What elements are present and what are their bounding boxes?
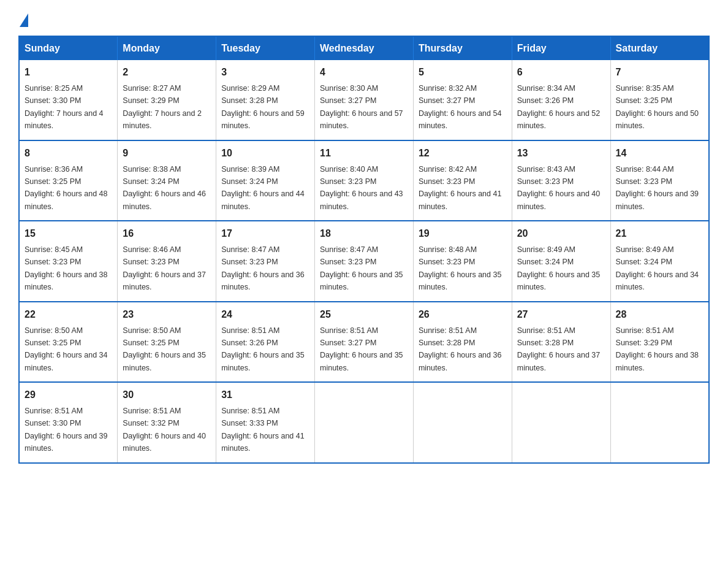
calendar-day-cell [512,382,610,463]
day-number: 2 [123,65,211,80]
logo-triangle-icon [20,13,28,27]
calendar-day-cell: 11 Sunrise: 8:40 AMSunset: 3:23 PMDaylig… [315,140,414,221]
day-info: Sunrise: 8:47 AMSunset: 3:23 PMDaylight:… [221,245,305,291]
day-info: Sunrise: 8:34 AMSunset: 3:26 PMDaylight:… [517,84,601,130]
day-info: Sunrise: 8:36 AMSunset: 3:25 PMDaylight:… [25,165,108,211]
day-info: Sunrise: 8:51 AMSunset: 3:32 PMDaylight:… [123,407,206,453]
day-number: 12 [419,146,507,161]
day-info: Sunrise: 8:45 AMSunset: 3:23 PMDaylight:… [25,245,108,291]
day-info: Sunrise: 8:35 AMSunset: 3:25 PMDaylight:… [616,84,699,130]
day-number: 10 [221,146,309,161]
day-info: Sunrise: 8:49 AMSunset: 3:24 PMDaylight:… [616,245,699,291]
calendar-day-cell: 17 Sunrise: 8:47 AMSunset: 3:23 PMDaylig… [216,221,315,302]
day-info: Sunrise: 8:39 AMSunset: 3:24 PMDaylight:… [221,165,305,211]
day-number: 23 [123,307,211,322]
day-number: 18 [320,226,408,241]
calendar-day-cell: 3 Sunrise: 8:29 AMSunset: 3:28 PMDayligh… [216,60,315,140]
day-number: 4 [320,65,408,80]
day-number: 3 [221,65,309,80]
calendar-day-cell: 4 Sunrise: 8:30 AMSunset: 3:27 PMDayligh… [315,60,414,140]
day-info: Sunrise: 8:38 AMSunset: 3:24 PMDaylight:… [123,165,206,211]
day-info: Sunrise: 8:50 AMSunset: 3:25 PMDaylight:… [123,326,206,372]
day-info: Sunrise: 8:29 AMSunset: 3:28 PMDaylight:… [221,84,305,130]
col-friday: Friday [512,36,610,60]
day-info: Sunrise: 8:50 AMSunset: 3:25 PMDaylight:… [25,326,108,372]
day-info: Sunrise: 8:30 AMSunset: 3:27 PMDaylight:… [320,84,403,130]
calendar-day-cell: 23 Sunrise: 8:50 AMSunset: 3:25 PMDaylig… [118,302,216,383]
calendar-day-cell: 18 Sunrise: 8:47 AMSunset: 3:23 PMDaylig… [315,221,414,302]
calendar-day-cell: 27 Sunrise: 8:51 AMSunset: 3:28 PMDaylig… [512,302,610,383]
col-wednesday: Wednesday [315,36,414,60]
calendar-day-cell: 2 Sunrise: 8:27 AMSunset: 3:29 PMDayligh… [118,60,216,140]
col-saturday: Saturday [610,36,709,60]
calendar-day-cell [413,382,512,463]
col-monday: Monday [118,36,216,60]
day-info: Sunrise: 8:51 AMSunset: 3:28 PMDaylight:… [419,326,502,372]
calendar-day-cell: 28 Sunrise: 8:51 AMSunset: 3:29 PMDaylig… [610,302,709,383]
day-number: 1 [25,65,112,80]
calendar-day-cell: 30 Sunrise: 8:51 AMSunset: 3:32 PMDaylig… [118,382,216,463]
calendar-day-cell: 5 Sunrise: 8:32 AMSunset: 3:27 PMDayligh… [413,60,512,140]
calendar-day-cell: 14 Sunrise: 8:44 AMSunset: 3:23 PMDaylig… [610,140,709,221]
day-number: 21 [616,226,703,241]
calendar-day-cell [610,382,709,463]
calendar-day-cell: 24 Sunrise: 8:51 AMSunset: 3:26 PMDaylig… [216,302,315,383]
calendar-header-row: Sunday Monday Tuesday Wednesday Thursday… [19,36,709,60]
col-sunday: Sunday [19,36,118,60]
day-info: Sunrise: 8:43 AMSunset: 3:23 PMDaylight:… [517,165,601,211]
day-number: 17 [221,226,309,241]
calendar-week-row: 1 Sunrise: 8:25 AMSunset: 3:30 PMDayligh… [19,60,709,140]
day-number: 14 [616,146,703,161]
calendar-week-row: 29 Sunrise: 8:51 AMSunset: 3:30 PMDaylig… [19,382,709,463]
day-info: Sunrise: 8:40 AMSunset: 3:23 PMDaylight:… [320,165,403,211]
calendar-day-cell: 6 Sunrise: 8:34 AMSunset: 3:26 PMDayligh… [512,60,610,140]
logo [18,12,28,25]
day-number: 19 [419,226,507,241]
calendar-day-cell: 12 Sunrise: 8:42 AMSunset: 3:23 PMDaylig… [413,140,512,221]
day-number: 15 [25,226,112,241]
day-number: 6 [517,65,605,80]
calendar-day-cell: 16 Sunrise: 8:46 AMSunset: 3:23 PMDaylig… [118,221,216,302]
calendar-day-cell: 15 Sunrise: 8:45 AMSunset: 3:23 PMDaylig… [19,221,118,302]
calendar-day-cell: 7 Sunrise: 8:35 AMSunset: 3:25 PMDayligh… [610,60,709,140]
calendar-table: Sunday Monday Tuesday Wednesday Thursday… [18,36,710,464]
day-number: 16 [123,226,211,241]
calendar-day-cell: 9 Sunrise: 8:38 AMSunset: 3:24 PMDayligh… [118,140,216,221]
day-info: Sunrise: 8:46 AMSunset: 3:23 PMDaylight:… [123,245,206,291]
day-info: Sunrise: 8:25 AMSunset: 3:30 PMDaylight:… [25,84,104,130]
calendar-day-cell: 1 Sunrise: 8:25 AMSunset: 3:30 PMDayligh… [19,60,118,140]
day-info: Sunrise: 8:51 AMSunset: 3:30 PMDaylight:… [25,407,108,453]
day-number: 5 [419,65,507,80]
day-number: 9 [123,146,211,161]
day-number: 30 [123,388,211,402]
day-number: 31 [221,388,309,402]
page-header [18,12,710,25]
calendar-day-cell: 10 Sunrise: 8:39 AMSunset: 3:24 PMDaylig… [216,140,315,221]
col-thursday: Thursday [413,36,512,60]
calendar-day-cell: 13 Sunrise: 8:43 AMSunset: 3:23 PMDaylig… [512,140,610,221]
day-info: Sunrise: 8:51 AMSunset: 3:29 PMDaylight:… [616,326,699,372]
calendar-day-cell: 8 Sunrise: 8:36 AMSunset: 3:25 PMDayligh… [19,140,118,221]
calendar-day-cell [315,382,414,463]
day-number: 26 [419,307,507,322]
day-number: 27 [517,307,605,322]
col-tuesday: Tuesday [216,36,315,60]
calendar-day-cell: 26 Sunrise: 8:51 AMSunset: 3:28 PMDaylig… [413,302,512,383]
day-number: 7 [616,65,703,80]
calendar-day-cell: 29 Sunrise: 8:51 AMSunset: 3:30 PMDaylig… [19,382,118,463]
day-number: 24 [221,307,309,322]
day-info: Sunrise: 8:42 AMSunset: 3:23 PMDaylight:… [419,165,502,211]
day-info: Sunrise: 8:27 AMSunset: 3:29 PMDaylight:… [123,84,202,130]
day-info: Sunrise: 8:51 AMSunset: 3:26 PMDaylight:… [221,326,305,372]
calendar-day-cell: 21 Sunrise: 8:49 AMSunset: 3:24 PMDaylig… [610,221,709,302]
day-info: Sunrise: 8:51 AMSunset: 3:28 PMDaylight:… [517,326,601,372]
day-info: Sunrise: 8:47 AMSunset: 3:23 PMDaylight:… [320,245,403,291]
day-number: 29 [25,388,112,402]
day-number: 22 [25,307,112,322]
day-info: Sunrise: 8:48 AMSunset: 3:23 PMDaylight:… [419,245,502,291]
calendar-week-row: 22 Sunrise: 8:50 AMSunset: 3:25 PMDaylig… [19,302,709,383]
calendar-week-row: 15 Sunrise: 8:45 AMSunset: 3:23 PMDaylig… [19,221,709,302]
calendar-week-row: 8 Sunrise: 8:36 AMSunset: 3:25 PMDayligh… [19,140,709,221]
day-info: Sunrise: 8:51 AMSunset: 3:27 PMDaylight:… [320,326,403,372]
calendar-day-cell: 19 Sunrise: 8:48 AMSunset: 3:23 PMDaylig… [413,221,512,302]
